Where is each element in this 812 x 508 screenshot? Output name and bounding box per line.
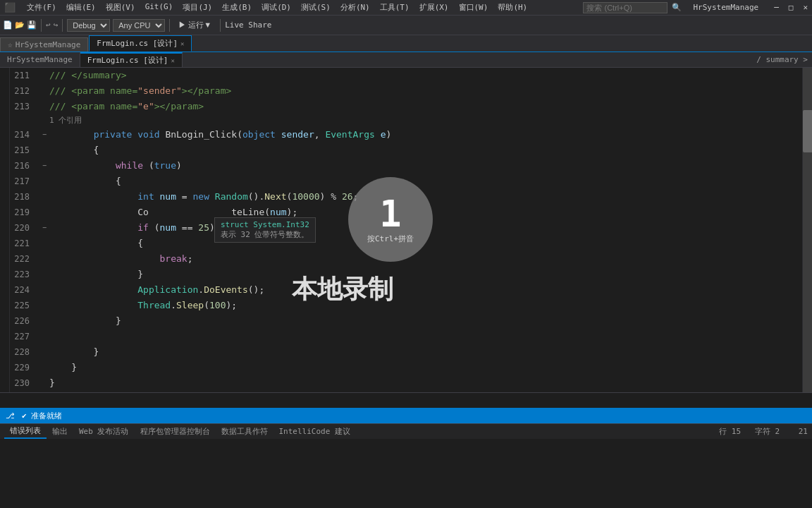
breadcrumb-area: / summary >: [756, 55, 812, 64]
line-num-217: 217: [10, 174, 39, 189]
line-num-224: 224: [10, 282, 39, 298]
left-gutter: [0, 68, 10, 439]
toolbar-separator-4: [220, 19, 221, 32]
maximize-icon[interactable]: □: [789, 3, 794, 12]
line-num-214: 214: [10, 127, 39, 143]
line-content-224: Application.DoEvents();: [49, 282, 795, 298]
code-line-226: 226 }: [10, 313, 802, 329]
redo-icon[interactable]: ↪: [54, 20, 59, 30]
menu-tools[interactable]: 工具(T): [376, 2, 414, 13]
vertical-scrollbar[interactable]: [802, 68, 812, 439]
recording-overlay-circle: 1 按Ctrl+拼音: [348, 177, 433, 262]
output-panel: [0, 392, 812, 408]
title-bar-left: ⬛ 文件(F) 编辑(E) 视图(V) Git(G) 项目(J) 生成(B) 调…: [4, 2, 531, 13]
line-num-225: 225: [10, 298, 39, 313]
line-content-228: }: [49, 344, 795, 360]
line-content-ref: 1 个引用: [49, 113, 795, 128]
menu-file[interactable]: 文件(F): [23, 2, 61, 13]
status-text: ✔ 准备就绪: [22, 411, 62, 421]
toolbar-separator-3: [169, 19, 170, 32]
menu-test[interactable]: 测试(S): [297, 2, 335, 13]
menu-git[interactable]: Git(G): [141, 2, 178, 13]
tab-hrmanage[interactable]: ☆ HrSystemManage: [0, 37, 88, 52]
file-tab-hrmanage[interactable]: HrSystemManage: [0, 52, 80, 67]
tab-pin-icon: ☆: [8, 40, 13, 49]
minimize-icon[interactable]: ─: [774, 3, 779, 12]
liveshare-btn[interactable]: Live Share: [225, 20, 271, 30]
toolbar-separator-2: [62, 19, 63, 32]
file-close-icon[interactable]: ✕: [171, 57, 174, 64]
status-bar: ⎇ ✔ 准备就绪: [0, 408, 812, 423]
row-indicator: 行 15: [719, 427, 741, 436]
debug-config-select[interactable]: Debug: [67, 19, 110, 32]
run-button[interactable]: ▶ 运行▼: [174, 18, 216, 32]
title-bar: ⬛ 文件(F) 编辑(E) 视图(V) Git(G) 项目(J) 生成(B) 调…: [0, 0, 812, 16]
tab-label: HrSystemManage: [16, 40, 81, 49]
open-icon[interactable]: 📂: [15, 20, 25, 30]
undo-icon[interactable]: ↩: [46, 20, 51, 30]
editor-inner: 211 /// </summary> 212 /// <param name="…: [0, 68, 812, 439]
menu-extensions[interactable]: 扩展(X): [415, 2, 453, 13]
code-line-227: 227: [10, 329, 802, 344]
line-num-226: 226: [10, 313, 39, 329]
line-fold-214[interactable]: −: [39, 127, 49, 143]
git-branch-icon: ⎇: [6, 411, 15, 421]
line-content-222: break;: [49, 251, 795, 267]
code-line-224: 224 Application.DoEvents();: [10, 282, 802, 298]
encoding-indicator: 21: [799, 427, 808, 436]
menu-project[interactable]: 项目(J): [178, 2, 216, 13]
bottom-tab-data-tools[interactable]: 数据工具作符: [216, 425, 273, 438]
search-icon: 🔍: [672, 3, 682, 12]
tab-close-icon[interactable]: ✕: [180, 40, 184, 47]
menu-view[interactable]: 视图(V): [102, 2, 140, 13]
file-tab-label-2: FrmLogin.cs [设计]: [87, 55, 168, 66]
line-num-223: 223: [10, 267, 39, 282]
file-tab-frmlogin[interactable]: FrmLogin.cs [设计] ✕: [80, 52, 183, 67]
menu-window[interactable]: 窗口(W): [455, 2, 493, 13]
bottom-tab-package-manager[interactable]: 程序包管理器控制台: [135, 425, 216, 438]
line-fold-220[interactable]: −: [39, 220, 49, 236]
bottom-tab-intellicode[interactable]: IntelliCode 建议: [273, 425, 356, 438]
line-num-216: 216: [10, 158, 39, 174]
menu-analyze[interactable]: 分析(N): [336, 2, 374, 13]
line-content-217: {: [49, 174, 795, 189]
line-num-228: 228: [10, 344, 39, 360]
breadcrumb: / summary >: [756, 55, 808, 64]
file-tab-bar: HrSystemManage FrmLogin.cs [设计] ✕ / summ…: [0, 52, 812, 68]
bottom-tabs: 错误列表 输出 Web 发布活动 程序包管理器控制台 数据工具作符 Intell…: [0, 423, 812, 439]
line-content-223: }: [49, 267, 795, 282]
line-fold-216[interactable]: −: [39, 158, 49, 174]
menu-edit[interactable]: 编辑(E): [62, 2, 100, 13]
search-input[interactable]: [583, 2, 668, 13]
code-line-215: 215 {: [10, 143, 802, 158]
recording-number: 1: [379, 195, 401, 232]
close-icon[interactable]: ✕: [803, 3, 808, 12]
title-bar-right: 🔍 HrSystemManage ─ □ ✕: [583, 2, 808, 13]
menu-build[interactable]: 生成(B): [218, 2, 256, 13]
menu-help[interactable]: 帮助(H): [493, 2, 531, 13]
tab-frmlogin-design[interactable]: FrmLogin.cs [设计] ✕: [89, 35, 192, 52]
line-num-230: 230: [10, 375, 39, 391]
bottom-tab-output[interactable]: 输出: [47, 425, 73, 438]
line-content-213: /// <param name="e"></param>: [49, 99, 795, 114]
line-num-229: 229: [10, 360, 39, 375]
menu-bar: 文件(F) 编辑(E) 视图(V) Git(G) 项目(J) 生成(B) 调试(…: [23, 2, 531, 13]
bottom-tab-web-publish[interactable]: Web 发布活动: [73, 425, 135, 438]
line-num-213: 213: [10, 99, 39, 114]
line-content-214: private void BnLogin_Click(object sender…: [49, 127, 795, 143]
line-num-211: 211: [10, 68, 39, 83]
scrollbar-thumb[interactable]: [803, 110, 812, 152]
bottom-row-col: 行 15 字符 2 21: [719, 426, 808, 437]
line-num-222: 222: [10, 251, 39, 267]
save-icon[interactable]: 💾: [27, 20, 37, 30]
line-num-219: 219: [10, 205, 39, 220]
recording-subtext: 按Ctrl+拼音: [367, 234, 414, 244]
toolbar: 📄 📂 💾 ↩ ↪ Debug Any CPU ▶ 运行▼ Live Share: [0, 16, 812, 35]
bottom-tab-errors[interactable]: 错误列表: [4, 424, 47, 439]
menu-debug[interactable]: 调试(D): [257, 2, 295, 13]
new-file-icon[interactable]: 📄: [3, 20, 13, 30]
code-line-223: 223 }: [10, 267, 802, 282]
code-editor[interactable]: 211 /// </summary> 212 /// <param name="…: [10, 68, 802, 439]
platform-select[interactable]: Any CPU: [113, 19, 165, 32]
line-num-215: 215: [10, 143, 39, 158]
